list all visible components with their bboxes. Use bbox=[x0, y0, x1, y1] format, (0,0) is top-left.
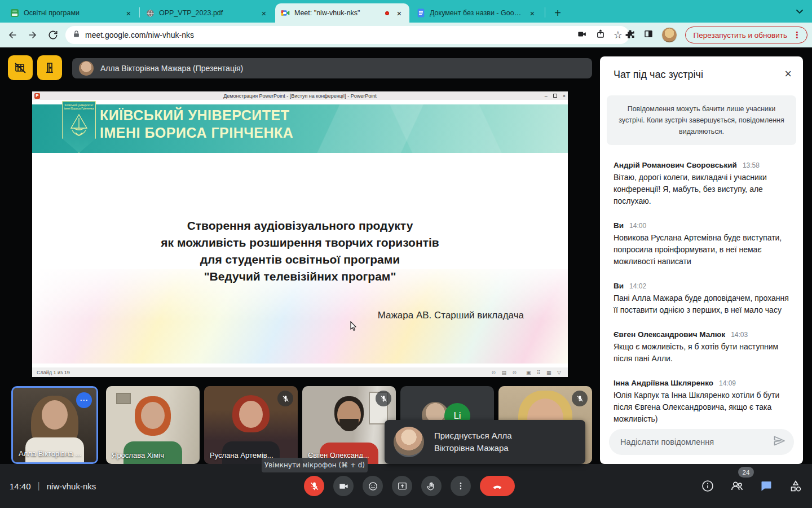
send-message-icon[interactable] bbox=[773, 434, 786, 450]
participant-tile-alla[interactable]: ⋯ Алла Вікторівна ... bbox=[11, 386, 98, 464]
window-close-button[interactable]: × bbox=[563, 93, 566, 99]
screen: Освітні програми × OPP_VTP_2023.pdf × Me… bbox=[0, 0, 812, 508]
chat-privacy-notice: Повідомлення можуть бачити лише учасники… bbox=[607, 95, 796, 145]
browser-tab-strip: Освітні програми × OPP_VTP_2023.pdf × Me… bbox=[0, 0, 812, 23]
toast-text: Приєднується Алла Вікторівна Мажара bbox=[434, 430, 553, 454]
mouse-cursor-icon bbox=[350, 321, 358, 334]
restart-update-button[interactable]: Перезапустить и обновить ⋮ bbox=[685, 27, 807, 43]
mic-muted-icon bbox=[277, 391, 293, 406]
back-button[interactable] bbox=[5, 27, 20, 43]
google-meet-favicon bbox=[281, 8, 290, 17]
chat-close-icon[interactable]: × bbox=[784, 68, 792, 80]
message-sender: Ви bbox=[614, 282, 624, 290]
message-text: Пані Алла Мажара буде доповідачем, проха… bbox=[614, 292, 789, 316]
tab-title: Документ без назви - Google bbox=[430, 9, 523, 17]
university-name: КИЇВСЬКИЙ УНІВЕРСИТЕТ ІМЕНІ БОРИСА ГРІНЧ… bbox=[100, 107, 293, 142]
chat-message-input[interactable] bbox=[619, 437, 773, 447]
participant-tile-ruslana[interactable]: Руслана Артемів... bbox=[204, 386, 298, 464]
message-time: 14:09 bbox=[719, 379, 736, 387]
tab-separator bbox=[545, 7, 545, 17]
browser-menu-icon[interactable]: ⋮ bbox=[791, 30, 804, 40]
participant-name: Ярослава Хіміч bbox=[112, 451, 164, 459]
more-options-button[interactable] bbox=[451, 476, 471, 496]
presenter-name: Алла Вікторівна Мажара (Презентація) bbox=[100, 64, 243, 73]
message-sender: Андрій Романович Своровський bbox=[614, 161, 737, 169]
share-icon[interactable] bbox=[595, 29, 606, 41]
participants-icon[interactable] bbox=[730, 479, 744, 493]
reload-button[interactable] bbox=[45, 27, 61, 43]
mic-muted-icon bbox=[572, 391, 588, 406]
tab-close-icon[interactable]: × bbox=[259, 8, 268, 18]
meet-bottom-bar: 14:40 | niw-vhuk-nks bbox=[0, 464, 812, 508]
tab-title: OPP_VTP_2023.pdf bbox=[159, 9, 255, 17]
mic-toggle-button[interactable] bbox=[304, 476, 324, 496]
chat-message: Ви14:00 Новикова Руслана Артемівна буде … bbox=[614, 221, 789, 268]
presenter-banner[interactable]: Алла Вікторівна Мажара (Презентація) bbox=[72, 58, 592, 78]
bookmark-star-icon[interactable]: ☆ bbox=[614, 29, 623, 41]
window-minimize-button[interactable]: – bbox=[545, 93, 548, 99]
joining-toast: Приєднується Алла Вікторівна Мажара bbox=[385, 420, 585, 464]
chat-input-container bbox=[609, 429, 794, 455]
camera-toggle-button[interactable] bbox=[333, 476, 354, 496]
tab-close-icon[interactable]: × bbox=[124, 8, 133, 18]
message-time: 14:00 bbox=[629, 222, 646, 230]
chat-panel: Чат під час зустрічі × Повідомлення можу… bbox=[600, 56, 803, 464]
chat-message: Євген Олександрович Малюк14:03 Якщо є мо… bbox=[614, 330, 789, 365]
google-docs-favicon bbox=[416, 8, 425, 17]
participant-name: Алла Вікторівна ... bbox=[19, 449, 81, 458]
tab-opp-pdf[interactable]: OPP_VTP_2023.pdf × bbox=[140, 3, 274, 23]
new-tab-button[interactable]: + bbox=[550, 6, 565, 20]
address-bar[interactable]: meet.google.com/niw-vhuk-nks ☆ bbox=[65, 26, 629, 44]
green-doc-favicon bbox=[10, 8, 19, 17]
message-text: Новикова Руслана Артемівна буде виступат… bbox=[614, 232, 789, 268]
side-panel-icon[interactable] bbox=[643, 29, 654, 41]
activities-icon[interactable] bbox=[788, 479, 803, 493]
chat-message: Андрій Романович Своровський13:58 Вітаю,… bbox=[614, 161, 789, 207]
divider: | bbox=[38, 481, 40, 491]
chat-icon[interactable] bbox=[759, 479, 774, 493]
powerpoint-titlebar: P Демонстрация PowerPoint - [Виступ на к… bbox=[32, 91, 568, 100]
tile-options-icon[interactable]: ⋯ bbox=[76, 392, 92, 408]
extensions-puzzle-icon[interactable] bbox=[625, 29, 636, 42]
tab-title: Meet: "niw-vhuk-nks" bbox=[294, 9, 381, 17]
meeting-code: niw-vhuk-nks bbox=[47, 481, 96, 491]
participant-tile-yevhen[interactable]: Євген Олександ... bbox=[302, 386, 396, 464]
app-shortcut-door-button[interactable] bbox=[37, 55, 62, 80]
end-call-button[interactable] bbox=[480, 476, 515, 496]
present-button[interactable] bbox=[392, 476, 412, 496]
toast-avatar bbox=[394, 427, 424, 457]
slide-bottom-strip bbox=[32, 364, 568, 367]
tab-meet-active[interactable]: Meet: "niw-vhuk-nks" × bbox=[275, 3, 409, 23]
camera-in-use-icon[interactable] bbox=[577, 29, 588, 42]
mic-muted-icon bbox=[376, 391, 391, 406]
slide-counter: Слайд 1 из 19 bbox=[37, 370, 70, 375]
participants-count-badge: 24 bbox=[738, 467, 754, 478]
forward-button[interactable] bbox=[25, 27, 41, 43]
profile-avatar[interactable] bbox=[661, 27, 677, 43]
tab-search-chevron-icon[interactable] bbox=[794, 6, 805, 17]
tab-osvitni-programy[interactable]: Освітні програми × bbox=[5, 3, 139, 23]
powerpoint-window-title: Демонстрация PowerPoint - [Виступ на кон… bbox=[32, 93, 568, 99]
raise-hand-button[interactable] bbox=[421, 476, 442, 496]
reactions-button[interactable] bbox=[363, 476, 383, 496]
browser-toolbar: meet.google.com/niw-vhuk-nks ☆ Перезапус… bbox=[0, 23, 812, 47]
window-restore-button[interactable] bbox=[553, 94, 557, 98]
message-time: 14:03 bbox=[731, 331, 748, 339]
slide: Київський університет імені Бориса Грінч… bbox=[32, 100, 568, 367]
message-sender: Ви bbox=[614, 221, 624, 230]
meeting-details-icon[interactable] bbox=[700, 479, 715, 493]
url-text[interactable]: meet.google.com/niw-vhuk-nks bbox=[85, 30, 577, 40]
tab-title: Освітні програми bbox=[24, 9, 120, 17]
tab-google-doc[interactable]: Документ без назви - Google × bbox=[411, 3, 542, 23]
message-text: Вітаю, дорогі колеги, викладачі і учасни… bbox=[614, 172, 789, 207]
lock-icon[interactable] bbox=[72, 30, 81, 41]
shared-powerpoint-window[interactable]: P Демонстрация PowerPoint - [Виступ на к… bbox=[32, 91, 568, 377]
tab-close-icon[interactable]: × bbox=[528, 8, 537, 18]
participant-tile-yaroslava[interactable]: Ярослава Хіміч bbox=[106, 386, 200, 464]
tab-close-icon[interactable]: × bbox=[395, 8, 404, 18]
chat-message-list: Андрій Романович Своровський13:58 Вітаю,… bbox=[600, 161, 803, 425]
powerpoint-view-buttons[interactable]: ⊙ ▤ ⊙ ▣ ⠿ ▦ ▽ bbox=[491, 370, 563, 375]
app-shortcut-cinema-button[interactable] bbox=[8, 55, 33, 80]
slide-author: Мажара АВ. Старший викладача bbox=[378, 310, 524, 321]
powerpoint-statusbar: Слайд 1 из 19 ⊙ ▤ ⊙ ▣ ⠿ ▦ ▽ bbox=[32, 367, 568, 377]
